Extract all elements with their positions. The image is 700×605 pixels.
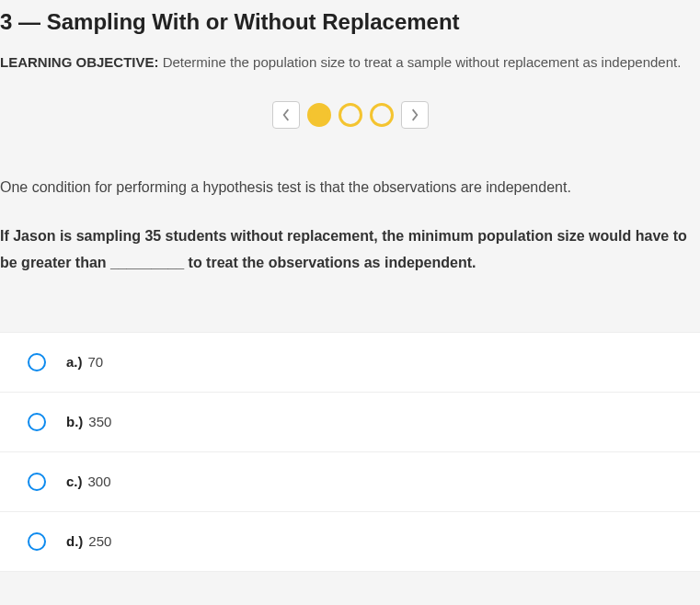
option-value: 250 xyxy=(88,533,111,549)
option-letter: d.) xyxy=(66,533,83,549)
option-c[interactable]: c.) 300 xyxy=(0,451,700,511)
radio-icon xyxy=(28,353,46,371)
question-intro: One condition for performing a hypothesi… xyxy=(0,175,700,200)
radio-icon xyxy=(28,532,46,551)
radio-icon xyxy=(28,473,46,491)
page-dot-3[interactable] xyxy=(370,103,394,127)
question-prompt: If Jason is sampling 35 students without… xyxy=(0,223,700,277)
page-dot-1[interactable] xyxy=(307,103,331,127)
learning-objective-text: Determine the population size to treat a… xyxy=(163,54,682,70)
option-a[interactable]: a.) 70 xyxy=(0,332,700,392)
radio-icon xyxy=(28,413,46,431)
page-title: 3 — Sampling With or Without Replacement xyxy=(0,9,700,35)
option-value: 300 xyxy=(88,474,111,489)
next-button[interactable] xyxy=(401,101,429,129)
option-d[interactable]: d.) 250 xyxy=(0,511,700,572)
learning-objective: LEARNING OBJECTIVE: Determine the popula… xyxy=(0,51,700,74)
chevron-right-icon xyxy=(410,108,419,121)
chevron-left-icon xyxy=(281,108,291,121)
option-b[interactable]: b.) 350 xyxy=(0,392,700,451)
question-pagination xyxy=(0,101,700,129)
option-letter: a.) xyxy=(66,354,83,370)
option-letter: b.) xyxy=(66,414,83,429)
option-letter: c.) xyxy=(66,474,83,489)
answer-options: a.) 70 b.) 350 c.) 300 d.) 250 xyxy=(0,332,700,572)
page-dot-2[interactable] xyxy=(339,103,362,127)
prev-button[interactable] xyxy=(272,101,300,129)
learning-objective-label: LEARNING OBJECTIVE: xyxy=(0,54,159,70)
option-value: 70 xyxy=(88,354,104,370)
option-value: 350 xyxy=(88,414,111,429)
